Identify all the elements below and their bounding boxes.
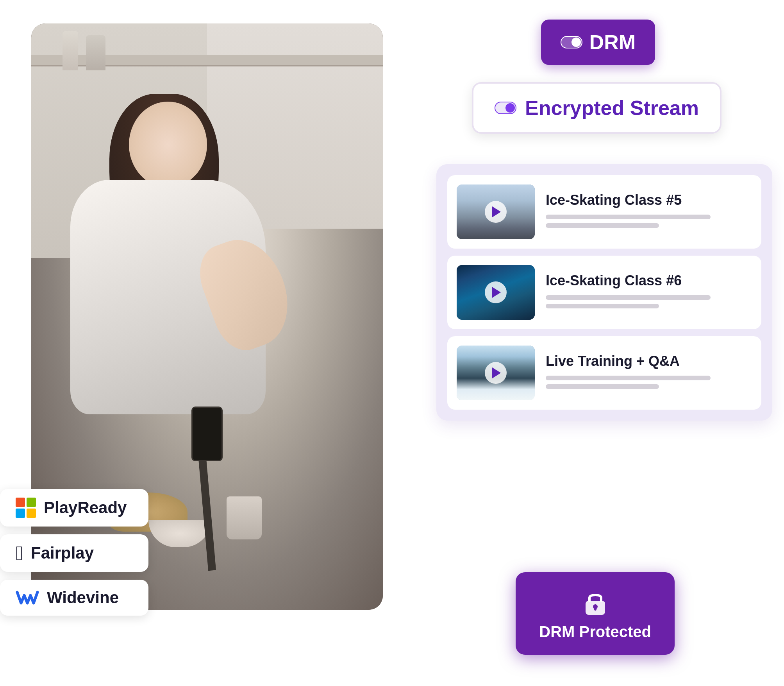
video-title-3: Live Training + Q&A [546, 353, 752, 369]
video-item: Live Training + Q&A [447, 336, 761, 410]
video-bar-1b [546, 223, 659, 228]
provider-widevine: Widevine [0, 580, 148, 616]
drm-protected-label: DRM Protected [539, 623, 651, 641]
drm-badge: DRM [541, 20, 655, 65]
video-info-3: Live Training + Q&A [546, 353, 752, 393]
provider-widevine-label: Widevine [47, 588, 119, 607]
video-bar-3b [546, 384, 659, 389]
video-title-1: Ice-Skating Class #5 [546, 192, 752, 208]
video-bar-3a [546, 376, 711, 380]
widevine-logo [16, 589, 39, 606]
video-info-2: Ice-Skating Class #6 [546, 272, 752, 312]
svg-point-1 [571, 38, 581, 47]
microsoft-logo [16, 498, 36, 518]
providers-group: PlayReady  Fairplay Widevine [0, 489, 148, 616]
encrypted-stream-label: Encrypted Stream [525, 96, 699, 120]
video-title-2: Ice-Skating Class #6 [546, 272, 752, 289]
video-thumbnail-3 [457, 346, 535, 400]
video-item: Ice-Skating Class #5 [447, 175, 761, 249]
provider-playready: PlayReady [0, 489, 148, 527]
provider-fairplay-label: Fairplay [31, 544, 94, 562]
video-bar-2a [546, 295, 711, 300]
video-bar-2b [546, 304, 659, 308]
encrypted-toggle-icon [495, 97, 516, 119]
play-button-1[interactable] [485, 201, 507, 223]
drm-label: DRM [589, 30, 636, 54]
svg-rect-6 [594, 607, 596, 611]
provider-fairplay:  Fairplay [0, 534, 148, 572]
svg-point-3 [505, 103, 515, 113]
video-panel: Ice-Skating Class #5 Ice-Skating Class #… [436, 164, 772, 421]
encrypted-stream-badge: Encrypted Stream [472, 82, 721, 134]
play-button-2[interactable] [485, 281, 507, 303]
video-thumbnail-1 [457, 184, 535, 239]
lock-icon [580, 586, 611, 618]
provider-playready-label: PlayReady [44, 498, 127, 517]
drm-toggle-icon [561, 31, 582, 53]
scene: DRM Encrypted Stream Ice-Skating Class #… [0, 0, 784, 686]
video-bar-1a [546, 215, 711, 219]
drm-protected-badge: DRM Protected [516, 572, 675, 655]
video-item: Ice-Skating Class #6 [447, 256, 761, 329]
video-thumbnail-2 [457, 265, 535, 320]
video-info-1: Ice-Skating Class #5 [546, 192, 752, 232]
apple-logo:  [16, 543, 23, 563]
play-button-3[interactable] [485, 362, 507, 384]
